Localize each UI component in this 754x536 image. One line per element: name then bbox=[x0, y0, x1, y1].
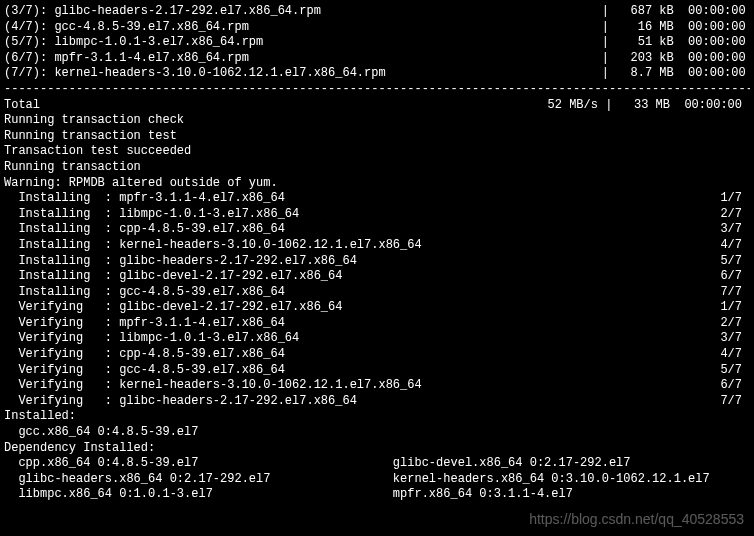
step-line: Installing : kernel-headers-3.10.0-1062.… bbox=[4, 238, 750, 254]
txn-running: Running transaction bbox=[4, 160, 750, 176]
txn-warning: Warning: RPMDB altered outside of yum. bbox=[4, 176, 750, 192]
step-line: Verifying : libmpc-1.0.1-3.el7.x86_643/7 bbox=[4, 331, 750, 347]
step-line: Verifying : glibc-devel-2.17-292.el7.x86… bbox=[4, 300, 750, 316]
step-line: Verifying : cpp-4.8.5-39.el7.x86_644/7 bbox=[4, 347, 750, 363]
step-line: Installing : libmpc-1.0.1-3.el7.x86_642/… bbox=[4, 207, 750, 223]
step-line: Installing : gcc-4.8.5-39.el7.x86_647/7 bbox=[4, 285, 750, 301]
dep-installed-label: Dependency Installed: bbox=[4, 441, 750, 457]
step-line: Verifying : kernel-headers-3.10.0-1062.1… bbox=[4, 378, 750, 394]
step-line: Installing : mpfr-3.1.1-4.el7.x86_641/7 bbox=[4, 191, 750, 207]
installed-item: gcc.x86_64 0:4.8.5-39.el7 bbox=[4, 425, 750, 441]
download-line: (4/7): gcc-4.8.5-39.el7.x86_64.rpm | 16 … bbox=[4, 20, 750, 36]
step-line: Installing : glibc-devel-2.17-292.el7.x8… bbox=[4, 269, 750, 285]
step-line: Verifying : glibc-headers-2.17-292.el7.x… bbox=[4, 394, 750, 410]
txn-succeeded: Transaction test succeeded bbox=[4, 144, 750, 160]
download-line: (6/7): mpfr-3.1.1-4.el7.x86_64.rpm | 203… bbox=[4, 51, 750, 67]
download-line: (5/7): libmpc-1.0.1-3.el7.x86_64.rpm | 5… bbox=[4, 35, 750, 51]
txn-check: Running transaction check bbox=[4, 113, 750, 129]
txn-test: Running transaction test bbox=[4, 129, 750, 145]
step-line: Verifying : mpfr-3.1.1-4.el7.x86_642/7 bbox=[4, 316, 750, 332]
step-line: Installing : cpp-4.8.5-39.el7.x86_643/7 bbox=[4, 222, 750, 238]
installed-label: Installed: bbox=[4, 409, 750, 425]
download-line: (7/7): kernel-headers-3.10.0-1062.12.1.e… bbox=[4, 66, 750, 82]
separator: ----------------------------------------… bbox=[4, 82, 750, 98]
watermark-text: https://blog.csdn.net/qq_40528553 bbox=[529, 510, 744, 528]
dep-installed-row: glibc-headers.x86_64 0:2.17-292.el7 kern… bbox=[4, 472, 750, 488]
download-line: (3/7): glibc-headers-2.17-292.el7.x86_64… bbox=[4, 4, 750, 20]
dep-installed-row: libmpc.x86_64 0:1.0.1-3.el7 mpfr.x86_64 … bbox=[4, 487, 750, 503]
step-line: Verifying : gcc-4.8.5-39.el7.x86_645/7 bbox=[4, 363, 750, 379]
dep-installed-row: cpp.x86_64 0:4.8.5-39.el7 glibc-devel.x8… bbox=[4, 456, 750, 472]
step-line: Installing : glibc-headers-2.17-292.el7.… bbox=[4, 254, 750, 270]
terminal-output: (3/7): glibc-headers-2.17-292.el7.x86_64… bbox=[4, 4, 750, 503]
total-line: Total 52 MB/s | 33 MB 00:00:00 bbox=[4, 98, 750, 114]
